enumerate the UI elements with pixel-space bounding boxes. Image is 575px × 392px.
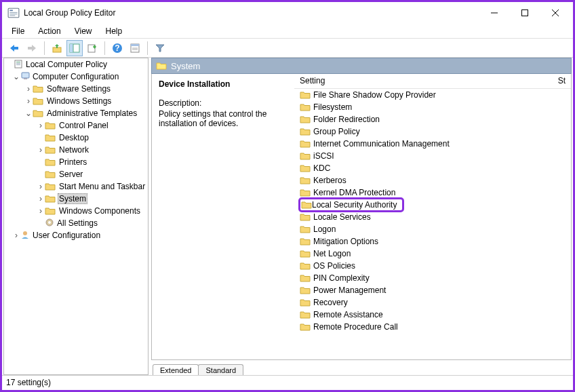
maximize-button[interactable]	[509, 3, 540, 22]
folder-icon	[45, 157, 56, 167]
tree-network[interactable]: ›Network	[4, 144, 148, 156]
chevron-right-icon[interactable]: ›	[12, 231, 20, 240]
folder-icon	[300, 212, 311, 222]
computer-icon	[20, 71, 31, 83]
chevron-down-icon[interactable]: ⌄	[24, 109, 33, 118]
chevron-right-icon[interactable]: ›	[37, 145, 45, 155]
tree-system[interactable]: ›System	[4, 193, 148, 205]
folder-icon	[300, 286, 311, 295]
details-pane: System Device Installation Description: …	[151, 58, 572, 375]
tree-windows-settings[interactable]: › Windows Settings	[4, 95, 148, 107]
list-pane: Setting St File Share Shadow Copy Provid…	[294, 74, 571, 359]
tree-pane[interactable]: Local Computer Policy ⌄ Computer Configu…	[3, 58, 148, 375]
tree-windows-components[interactable]: ›Windows Components	[4, 205, 148, 217]
help-button[interactable]: ?	[109, 40, 125, 56]
list-item[interactable]: Group Policy	[298, 125, 571, 138]
tree-label: Administrative Templates	[45, 109, 138, 118]
properties-button[interactable]	[127, 40, 143, 56]
list-scroll[interactable]: File Share Shadow Copy ProviderFilesyste…	[294, 89, 571, 359]
list-item[interactable]: Internet Communication Management	[298, 138, 571, 150]
tree-control-panel[interactable]: ›Control Panel	[4, 119, 148, 132]
tree-user-config[interactable]: ›User Configuration	[4, 229, 148, 241]
list-item-label: Kernel DMA Protection	[313, 188, 395, 197]
list-item[interactable]: PIN Complexity	[298, 272, 571, 284]
tree-printers[interactable]: Printers	[4, 156, 148, 168]
list-item-label: Power Management	[313, 286, 386, 295]
list-item[interactable]: Kerberos	[298, 174, 571, 187]
content-area: Local Computer Policy ⌄ Computer Configu…	[2, 58, 573, 375]
tree-computer-config[interactable]: ⌄ Computer Configuration	[4, 71, 148, 83]
policy-icon	[14, 59, 24, 71]
back-button[interactable]	[6, 40, 22, 56]
tree-software-settings[interactable]: › Software Settings	[4, 83, 148, 95]
column-state[interactable]: St	[552, 74, 571, 88]
svg-rect-21	[15, 60, 22, 68]
list-item-label: Folder Redirection	[313, 115, 380, 124]
chevron-right-icon[interactable]: ›	[37, 182, 45, 191]
status-bar: 17 setting(s)	[2, 375, 573, 389]
list-item-label: Filesystem	[313, 102, 352, 112]
list-item[interactable]: File Share Shadow Copy Provider	[298, 89, 571, 101]
list-item[interactable]: Power Management	[298, 284, 571, 296]
svg-point-29	[23, 231, 27, 235]
tree-root[interactable]: Local Computer Policy	[4, 58, 148, 71]
folder-icon	[300, 298, 311, 307]
list-item[interactable]: Net Logon	[298, 248, 571, 260]
chevron-down-icon[interactable]: ⌄	[12, 72, 20, 81]
tree-server[interactable]: Server	[4, 168, 148, 180]
menu-file[interactable]: File	[6, 25, 30, 37]
list-item-label: Remote Assistance	[313, 310, 383, 319]
minimize-button[interactable]	[479, 3, 509, 22]
svg-rect-1	[9, 10, 13, 12]
export-button[interactable]	[84, 40, 100, 56]
tabs: Extended Standard	[151, 360, 572, 375]
list-item[interactable]: Logon	[298, 223, 571, 235]
show-hide-tree-button[interactable]	[66, 40, 83, 56]
selection-title: Device Installation	[159, 79, 288, 89]
list-item[interactable]: Mitigation Options	[298, 235, 571, 248]
menu-action[interactable]: Action	[33, 25, 66, 37]
list-item[interactable]: Remote Assistance	[298, 309, 571, 321]
menu-view[interactable]: View	[69, 25, 98, 37]
folder-icon	[300, 249, 311, 258]
chevron-right-icon[interactable]: ›	[37, 206, 45, 216]
folder-icon	[300, 310, 311, 319]
list-item[interactable]: Folder Redirection	[298, 113, 571, 125]
list-item-label: iSCSI	[313, 151, 334, 161]
close-button[interactable]	[540, 3, 570, 22]
filter-button[interactable]	[152, 40, 168, 56]
tree-start-menu[interactable]: ›Start Menu and Taskbar	[4, 180, 148, 193]
list-item-label: File Share Shadow Copy Provider	[313, 90, 436, 100]
forward-button[interactable]	[24, 40, 40, 56]
up-button[interactable]	[49, 40, 65, 56]
list-item[interactable]: iSCSI	[298, 150, 571, 162]
folder-icon	[300, 176, 311, 185]
column-headers[interactable]: Setting St	[294, 74, 571, 89]
list-item[interactable]: Filesystem	[298, 101, 571, 113]
folder-icon	[33, 96, 43, 106]
list-item[interactable]: Recovery	[298, 296, 571, 309]
column-setting[interactable]: Setting	[294, 74, 552, 88]
tree-all-settings[interactable]: All Settings	[4, 217, 148, 229]
folder-icon	[300, 127, 311, 136]
tree-admin-templates[interactable]: ⌄ Administrative Templates	[4, 107, 148, 119]
details-header: System	[151, 58, 572, 74]
tree-desktop[interactable]: Desktop	[4, 132, 148, 144]
list-item[interactable]: Local Security Authority	[298, 199, 571, 211]
description-label: Description:	[159, 98, 288, 108]
chevron-right-icon[interactable]: ›	[37, 194, 45, 203]
tree-label: Server	[58, 170, 84, 179]
list-item[interactable]: Remote Procedure Call	[298, 321, 571, 333]
tree-label: Software Settings	[45, 84, 112, 94]
svg-rect-10	[56, 45, 58, 48]
chevron-right-icon[interactable]: ›	[37, 121, 45, 130]
chevron-right-icon[interactable]: ›	[24, 84, 33, 94]
folder-icon	[45, 170, 56, 179]
list-item[interactable]: KDC	[298, 162, 571, 174]
chevron-right-icon[interactable]: ›	[24, 96, 33, 106]
list-item[interactable]: OS Policies	[298, 260, 571, 272]
tab-standard[interactable]: Standard	[198, 364, 243, 375]
menu-help[interactable]: Help	[100, 25, 128, 37]
list-item[interactable]: Locale Services	[298, 211, 571, 223]
tab-extended[interactable]: Extended	[153, 364, 199, 375]
